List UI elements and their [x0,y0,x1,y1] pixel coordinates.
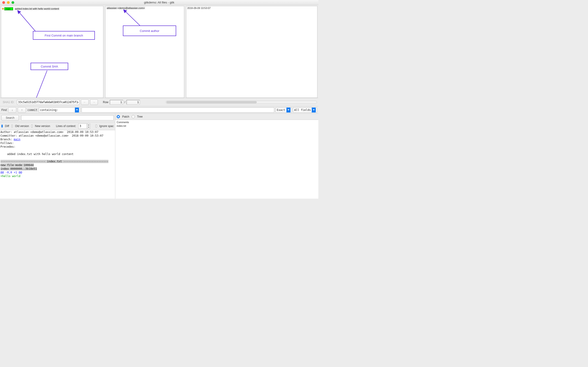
annotation-commit-author: Commit author [123,25,176,36]
lines-context-field[interactable] [78,124,87,129]
find-match-value: Exact [277,108,286,112]
find-match-select[interactable]: Exact [276,108,292,113]
diff-branch-label: Branch: [0,138,14,141]
svg-line-1 [35,70,47,98]
find-fields-select[interactable]: All fields [293,108,317,113]
find-prev-button[interactable]: ↑ [18,107,26,113]
find-scope: commit [27,108,37,112]
window-title: gitkdemo: All files - gitk [0,1,318,4]
diff-branch-link[interactable]: main [14,138,20,141]
dropdown-caret-icon [312,108,316,113]
diff-radio-label: Diff [5,125,9,128]
date-pane[interactable]: 2018-09-09 10:53:07 [186,6,317,98]
old-version-label: Old version [15,125,29,128]
row-label: Row [103,100,108,104]
diff-committer-line: Committer: atlassian <demo@atlassian.com… [0,134,103,137]
new-version-radio[interactable] [31,125,33,128]
commit-row[interactable]: main added index.txt with hello world co… [1,7,103,11]
zoom-window-button[interactable] [11,1,14,4]
window-titlebar: gitkdemo: All files - gitk [0,0,318,5]
find-next-button[interactable]: ↓ [8,107,16,113]
ignore-space-label: Ignore spac [99,125,114,128]
diff-precedes: Precedes: [0,145,15,148]
diff-mode-line: new file mode 100644 [0,164,34,167]
prev-commit-button[interactable]: ← [81,100,89,105]
close-window-button[interactable] [2,1,5,4]
comments-entry[interactable]: Comments [117,120,317,124]
dropdown-caret-icon [75,108,79,113]
find-label: Find [1,108,7,112]
sha-label: SHA1 ID: [1,100,16,104]
lines-context-label: Lines of context: [56,125,76,128]
search-field[interactable] [21,115,114,120]
author-pane[interactable]: atlassian <demo@atlassian.com> Commit au… [105,6,184,98]
row-current-field[interactable] [110,100,123,105]
row-total-field [127,100,140,105]
old-version-radio[interactable] [11,125,13,128]
commit-message: added index.txt with hello world content [15,7,59,10]
search-button[interactable]: Search [1,115,19,121]
next-commit-button[interactable]: → [90,100,98,105]
svg-line-0 [19,12,36,32]
lines-context-stepper[interactable]: ▲▼ [87,124,90,129]
sha-id-field[interactable] [17,100,79,105]
file-list-view[interactable]: Comments index.txt [115,120,318,199]
file-entry[interactable]: index.txt [117,124,317,128]
minimize-window-button[interactable] [7,1,10,4]
tree-radio[interactable] [132,115,135,118]
diff-hunk-header: @@ -0,0 +1 @@ [0,171,22,174]
annotation-arrow [17,11,38,34]
patch-radio[interactable] [117,115,120,118]
branch-tag[interactable]: main [4,7,13,10]
row-separator: / [124,100,125,104]
commit-date: 2018-09-09 10:53:07 [186,6,317,10]
find-mode-select[interactable]: containing: [39,108,80,113]
annotation-commit-sha: Commit SHA [31,63,68,70]
dropdown-caret-icon [286,108,290,113]
find-text-field[interactable] [82,108,274,113]
annotation-arrow [124,10,144,27]
diff-author-line: Author: atlassian <demo@atlassian.com> 2… [0,130,98,134]
diff-follows: Follows: [0,142,14,145]
diff-view[interactable]: Author: atlassian <demo@atlassian.com> 2… [0,130,115,199]
diff-added-line: +hello world [0,175,20,178]
commit-node-icon [2,8,4,10]
diff-radio[interactable] [1,125,3,128]
annotation-first-commit: First Commit on main branch [33,31,95,40]
diff-index-line: index 0000000..3b18e51 [0,167,37,170]
annotation-arrow [33,70,52,98]
ignore-space-checkbox[interactable] [96,125,97,128]
new-version-label: New version [35,125,50,128]
tree-radio-label: Tree [137,115,143,118]
find-mode-value: containing: [40,108,75,112]
horizontal-scrollbar[interactable] [166,100,317,104]
svg-line-2 [125,11,140,25]
find-fields-value: All fields [294,108,311,112]
diff-file-separator: --------------------------- index.txt --… [0,160,108,163]
diff-commit-message: added index.txt with hello world content [0,152,74,156]
patch-radio-label: Patch [122,115,129,118]
commit-graph-pane[interactable]: main added index.txt with hello world co… [1,6,103,98]
commit-author: atlassian <demo@atlassian.com> [106,7,145,9]
